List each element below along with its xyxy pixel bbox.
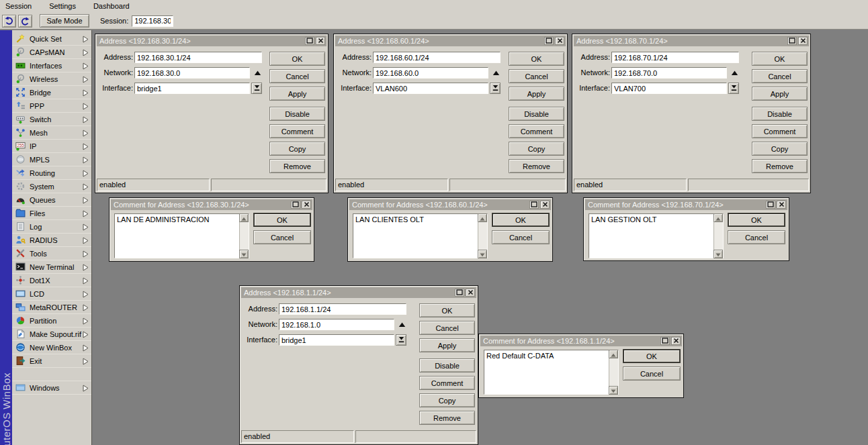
copy-button[interactable]: Copy bbox=[509, 142, 564, 156]
comment-button[interactable]: Comment bbox=[269, 124, 325, 138]
interface-input[interactable] bbox=[373, 83, 488, 94]
session-input[interactable] bbox=[132, 15, 173, 27]
sidebar-item-capsman[interactable]: CAPsMAN bbox=[12, 46, 91, 59]
maximize-button[interactable] bbox=[305, 37, 314, 45]
network-input[interactable] bbox=[373, 67, 488, 79]
disable-button[interactable]: Disable bbox=[269, 107, 325, 121]
close-button[interactable] bbox=[302, 201, 311, 209]
maximize-button[interactable] bbox=[455, 289, 464, 297]
undo-button[interactable] bbox=[2, 15, 16, 28]
cancel-button[interactable]: Cancel bbox=[253, 230, 311, 244]
cancel-button[interactable]: Cancel bbox=[492, 230, 550, 244]
interface-input[interactable] bbox=[279, 334, 394, 346]
sidebar-item-make-supout-rif[interactable]: Make Supout.rif bbox=[12, 328, 91, 341]
interface-input[interactable] bbox=[611, 83, 727, 94]
ok-button[interactable]: OK bbox=[728, 213, 785, 227]
sidebar-item-quick-set[interactable]: Quick Set bbox=[12, 32, 91, 46]
cancel-button[interactable]: Cancel bbox=[623, 366, 681, 381]
sidebar-item-mesh[interactable]: Mesh bbox=[12, 126, 91, 140]
dialog-titlebar[interactable]: Address <192.168.70.1/24> bbox=[574, 36, 809, 46]
sidebar-item-metarouter[interactable]: MetaROUTER bbox=[12, 301, 91, 314]
scrollbar[interactable] bbox=[239, 214, 249, 258]
scroll-down-button[interactable] bbox=[713, 250, 723, 258]
interface-dropdown-button[interactable] bbox=[728, 83, 739, 94]
apply-button[interactable]: Apply bbox=[752, 87, 808, 101]
interface-dropdown-button[interactable] bbox=[490, 83, 501, 94]
ok-button[interactable]: OK bbox=[752, 52, 808, 66]
dialog-titlebar[interactable]: Comment for Address <192.168.70.1/24> bbox=[585, 199, 787, 210]
comment-button[interactable]: Comment bbox=[509, 124, 564, 138]
dialog-titlebar[interactable]: Address <192.168.30.1/24> bbox=[97, 36, 327, 46]
sidebar-item-bridge[interactable]: Bridge bbox=[12, 86, 91, 99]
comment-button[interactable]: Comment bbox=[752, 124, 808, 138]
menubar-item-settings[interactable]: Settings bbox=[49, 1, 81, 11]
scroll-up-button[interactable] bbox=[478, 213, 487, 222]
network-up-button[interactable] bbox=[731, 69, 738, 77]
close-button[interactable] bbox=[671, 337, 681, 345]
cancel-button[interactable]: Cancel bbox=[269, 69, 325, 83]
sidebar-item-new-winbox[interactable]: New WinBox bbox=[12, 341, 91, 354]
comment-textarea[interactable]: LAN CLIENTES OLT bbox=[353, 213, 488, 258]
maximize-button[interactable] bbox=[787, 37, 797, 45]
remove-button[interactable]: Remove bbox=[509, 159, 564, 173]
sidebar-item-files[interactable]: Files bbox=[12, 207, 91, 220]
scrollbar[interactable] bbox=[609, 350, 618, 394]
network-up-button[interactable] bbox=[398, 321, 406, 329]
sidebar-item-mpls[interactable]: MPLS bbox=[12, 153, 91, 166]
interface-dropdown-button[interactable] bbox=[396, 334, 406, 346]
remove-button[interactable]: Remove bbox=[752, 159, 808, 173]
interface-input[interactable] bbox=[134, 83, 250, 94]
sidebar-item-ppp[interactable]: PPP bbox=[12, 99, 91, 113]
sidebar-item-routing[interactable]: Routing bbox=[12, 166, 91, 180]
scroll-down-button[interactable] bbox=[609, 386, 618, 395]
disable-button[interactable]: Disable bbox=[419, 358, 475, 373]
redo-button[interactable] bbox=[18, 15, 32, 28]
comment-textarea[interactable]: Red Default C-DATA bbox=[484, 350, 619, 395]
close-button[interactable] bbox=[555, 37, 564, 45]
scroll-down-button[interactable] bbox=[478, 250, 487, 258]
sidebar-item-queues[interactable]: Queues bbox=[12, 193, 91, 207]
cancel-button[interactable]: Cancel bbox=[509, 69, 564, 83]
safe-mode-button[interactable]: Safe Mode bbox=[40, 14, 89, 28]
close-button[interactable] bbox=[777, 201, 786, 209]
remove-button[interactable]: Remove bbox=[269, 159, 325, 173]
close-button[interactable] bbox=[540, 201, 550, 209]
maximize-button[interactable] bbox=[544, 37, 554, 45]
sidebar-item-dot1x[interactable]: Dot1X bbox=[12, 274, 91, 287]
sidebar-item-tools[interactable]: Tools bbox=[12, 247, 91, 260]
network-input[interactable] bbox=[611, 67, 727, 79]
menubar-item-dashboard[interactable]: Dashboard bbox=[93, 1, 135, 11]
comment-button[interactable]: Comment bbox=[419, 376, 475, 390]
scrollbar[interactable] bbox=[478, 214, 487, 258]
maximize-button[interactable] bbox=[660, 337, 670, 345]
close-button[interactable] bbox=[316, 37, 325, 45]
comment-textarea[interactable]: LAN GESTION OLT bbox=[589, 213, 724, 258]
dialog-titlebar[interactable]: Address <192.168.60.1/24> bbox=[335, 36, 566, 46]
maximize-button[interactable] bbox=[766, 201, 775, 209]
address-input[interactable] bbox=[373, 52, 501, 63]
sidebar-item-interfaces[interactable]: Interfaces bbox=[12, 59, 91, 72]
cancel-button[interactable]: Cancel bbox=[419, 321, 475, 335]
dialog-titlebar[interactable]: Comment for Address <192.168.1.1/24> bbox=[480, 336, 682, 346]
apply-button[interactable]: Apply bbox=[509, 87, 564, 101]
address-input[interactable] bbox=[279, 303, 406, 315]
apply-button[interactable]: Apply bbox=[419, 338, 475, 352]
sidebar-item-lcd[interactable]: LCD bbox=[12, 287, 91, 301]
scrollbar[interactable] bbox=[713, 214, 723, 258]
scroll-up-button[interactable] bbox=[609, 350, 618, 358]
sidebar-item-ip[interactable]: 255 IP bbox=[12, 140, 91, 153]
copy-button[interactable]: Copy bbox=[419, 393, 475, 407]
sidebar-item-windows[interactable]: Windows bbox=[12, 381, 91, 395]
scroll-down-button[interactable] bbox=[239, 250, 249, 258]
close-button[interactable] bbox=[798, 37, 808, 45]
copy-button[interactable]: Copy bbox=[752, 142, 808, 156]
ok-button[interactable]: OK bbox=[623, 349, 681, 363]
cancel-button[interactable]: Cancel bbox=[728, 230, 785, 244]
disable-button[interactable]: Disable bbox=[752, 107, 808, 121]
dialog-titlebar[interactable]: Comment for Address <192.168.60.1/24> bbox=[349, 199, 551, 210]
sidebar-item-system[interactable]: System bbox=[12, 180, 91, 193]
sidebar-item-exit[interactable]: Exit bbox=[12, 354, 91, 368]
sidebar-item-wireless[interactable]: Wireless bbox=[12, 72, 91, 86]
ok-button[interactable]: OK bbox=[492, 213, 550, 227]
address-input[interactable] bbox=[134, 52, 262, 63]
